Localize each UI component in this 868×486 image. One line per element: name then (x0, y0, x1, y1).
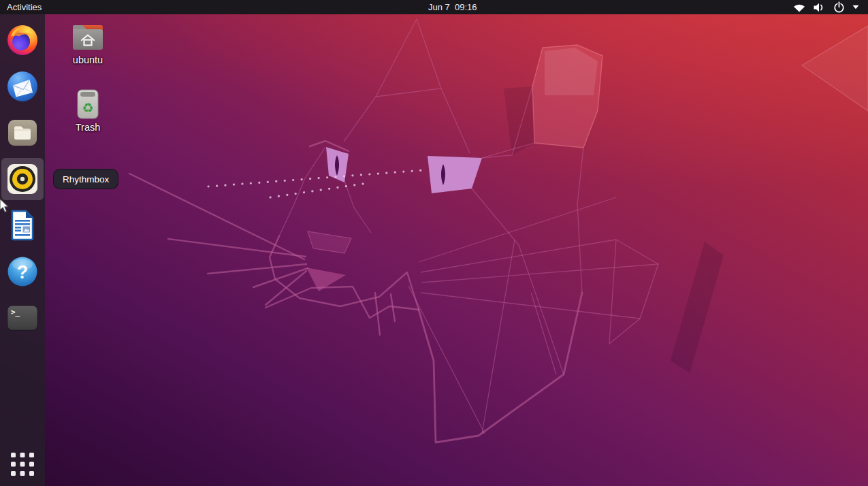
wifi-icon (793, 2, 805, 13)
recycle-glyph: ♻ (82, 100, 93, 115)
dock-item-firefox[interactable] (1, 19, 44, 61)
help-icon: ? (6, 255, 39, 288)
trash-icon: ♻ (74, 87, 101, 121)
home-folder-icon (70, 21, 106, 54)
dock-item-rhythmbox[interactable] (1, 158, 44, 200)
thunderbird-icon (6, 70, 39, 103)
rhythmbox-icon (6, 163, 39, 195)
dock-item-thunderbird[interactable] (1, 65, 44, 108)
show-applications-button[interactable] (1, 443, 44, 485)
system-menu-button[interactable] (784, 0, 868, 14)
question-mark-glyph: ? (17, 262, 29, 282)
rhythmbox-tooltip: Rhythmbox (53, 169, 118, 189)
power-icon (833, 1, 845, 13)
mouse-cursor (0, 198, 10, 213)
firefox-icon (6, 24, 39, 56)
volume-icon (813, 2, 826, 13)
wallpaper-artwork (0, 0, 868, 486)
ubuntu-desktop: ubuntu ♻ Trash (0, 0, 868, 486)
clock-button[interactable]: Jun 7 09:16 (428, 0, 477, 14)
desktop-icon-home-folder[interactable]: ubuntu (57, 21, 118, 65)
dock-item-terminal[interactable]: >_ (1, 297, 44, 339)
dock: ? >_ (0, 14, 45, 486)
chevron-down-icon (852, 5, 859, 10)
desktop-icon-trash[interactable]: ♻ Trash (57, 87, 118, 133)
app-grid-icon (11, 453, 34, 476)
home-folder-label: ubuntu (73, 54, 103, 65)
libreoffice-writer-icon (6, 209, 39, 242)
activities-button[interactable]: Activities (0, 0, 48, 14)
trash-label: Trash (76, 122, 101, 133)
files-icon (6, 116, 39, 149)
terminal-prompt-glyph: >_ (11, 308, 20, 317)
top-bar: Activities Jun 7 09:16 (0, 0, 868, 14)
terminal-icon: >_ (6, 302, 39, 334)
dock-item-files[interactable] (1, 112, 44, 154)
dock-item-help[interactable]: ? (1, 250, 44, 293)
